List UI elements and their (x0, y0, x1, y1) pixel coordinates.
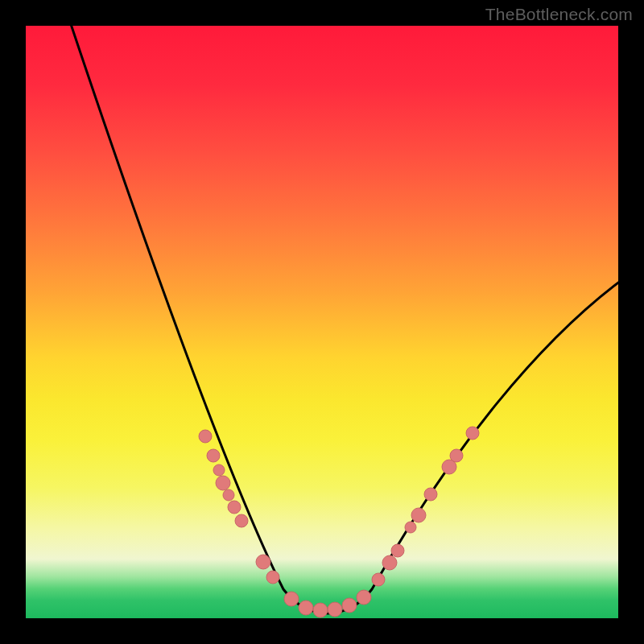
data-marker (216, 476, 230, 490)
outer-frame: TheBottleneck.com (0, 0, 644, 644)
data-marker (411, 508, 426, 522)
data-marker (405, 522, 416, 533)
data-marker (357, 590, 371, 605)
data-marker (199, 430, 212, 443)
data-marker (466, 427, 479, 440)
marker-layer (199, 427, 479, 617)
data-marker (235, 514, 248, 527)
data-marker (450, 449, 463, 462)
watermark-text: TheBottleneck.com (485, 5, 633, 24)
data-marker (207, 449, 220, 462)
data-marker (313, 603, 328, 617)
data-marker (223, 489, 234, 501)
data-marker (266, 571, 279, 584)
data-marker (382, 555, 397, 570)
data-marker (342, 598, 357, 613)
data-marker (228, 501, 241, 514)
data-marker (213, 464, 225, 476)
data-marker (328, 602, 342, 617)
data-marker (391, 544, 404, 557)
plot-area (26, 26, 618, 618)
data-marker (424, 488, 437, 501)
bottleneck-curve (66, 26, 618, 613)
chart-svg (26, 26, 618, 618)
data-marker (299, 601, 313, 615)
data-marker (372, 573, 385, 586)
data-marker (284, 592, 299, 606)
data-marker (256, 555, 270, 569)
